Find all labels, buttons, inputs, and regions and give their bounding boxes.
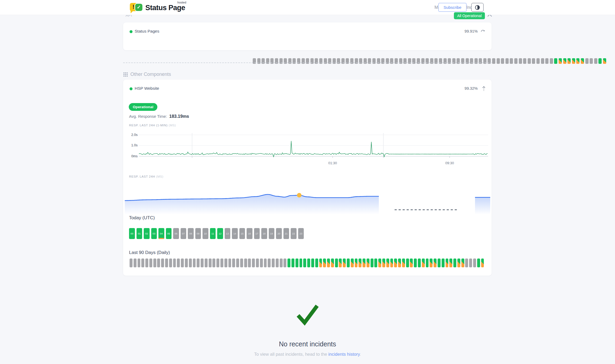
- uptime-bar[interactable]: [559, 58, 562, 64]
- uptime-bar[interactable]: [351, 259, 354, 267]
- uptime-bar[interactable]: [398, 259, 401, 267]
- uptime-bar[interactable]: [554, 58, 557, 64]
- uptime-bar[interactable]: [228, 259, 231, 267]
- hour-block[interactable]: 17: [254, 228, 260, 239]
- uptime-bar[interactable]: [355, 259, 358, 267]
- uptime-bar[interactable]: [276, 259, 279, 267]
- uptime-bar[interactable]: [283, 259, 286, 267]
- uptime-bar[interactable]: [327, 259, 330, 267]
- uptime-bar[interactable]: [145, 259, 148, 267]
- uptime-bar[interactable]: [331, 259, 334, 267]
- uptime-bar[interactable]: [402, 259, 405, 267]
- uptime-bar[interactable]: [232, 259, 235, 267]
- uptime-bar[interactable]: [426, 259, 429, 267]
- uptime-bar[interactable]: [406, 259, 409, 267]
- uptime-bar[interactable]: [291, 259, 294, 267]
- uptime-bar[interactable]: [505, 58, 509, 64]
- uptime-bar[interactable]: [248, 259, 251, 267]
- uptime-bar[interactable]: [363, 259, 365, 267]
- uptime-bar[interactable]: [514, 58, 517, 64]
- uptime-bar[interactable]: [347, 259, 350, 267]
- uptime-bar[interactable]: [311, 259, 314, 267]
- uptime-bar[interactable]: [473, 259, 476, 267]
- uptime-bar[interactable]: [256, 259, 259, 267]
- hour-block[interactable]: 02: [144, 228, 150, 239]
- uptime-bar[interactable]: [287, 259, 290, 267]
- uptime-bar[interactable]: [563, 58, 566, 64]
- uptime-bar[interactable]: [209, 259, 212, 267]
- uptime-bar[interactable]: [438, 259, 441, 267]
- uptime-bar[interactable]: [169, 259, 172, 267]
- uptime-bar[interactable]: [371, 259, 373, 267]
- uptime-bar[interactable]: [581, 58, 584, 64]
- uptime-bar[interactable]: [153, 259, 156, 267]
- uptime-bar[interactable]: [315, 259, 318, 267]
- uptime-bar[interactable]: [477, 259, 480, 267]
- highlight-dot[interactable]: [297, 193, 302, 198]
- uptime-bar[interactable]: [422, 259, 425, 267]
- uptime-bar[interactable]: [603, 58, 606, 64]
- uptime-bar[interactable]: [414, 259, 417, 267]
- uptime-bar[interactable]: [319, 259, 322, 267]
- uptime-bar[interactable]: [295, 259, 298, 267]
- uptime-bar[interactable]: [303, 259, 306, 267]
- uptime-bar[interactable]: [590, 58, 593, 64]
- hour-block[interactable]: 03: [151, 228, 157, 239]
- uptime-bar[interactable]: [576, 58, 579, 64]
- uptime-bar[interactable]: [410, 259, 413, 267]
- uptime-bar[interactable]: [299, 259, 302, 267]
- uptime-bar[interactable]: [501, 58, 504, 64]
- uptime-bar[interactable]: [185, 259, 188, 267]
- uptime-bar[interactable]: [378, 259, 381, 267]
- uptime-bar[interactable]: [224, 259, 227, 267]
- uptime-bar[interactable]: [469, 259, 472, 267]
- uptime-bar[interactable]: [181, 259, 184, 267]
- uptime-bar[interactable]: [244, 259, 247, 267]
- uptime-bar[interactable]: [141, 259, 144, 267]
- hour-block[interactable]: 08: [188, 228, 194, 239]
- uptime-bar[interactable]: [457, 259, 460, 267]
- hour-block[interactable]: 05: [166, 228, 172, 239]
- uptime-bar[interactable]: [497, 58, 500, 64]
- uptime-bar[interactable]: [220, 259, 223, 267]
- uptime-bar[interactable]: [339, 259, 342, 267]
- uptime-bar[interactable]: [161, 259, 164, 267]
- uptime-bar[interactable]: [481, 259, 484, 267]
- uptime-bar[interactable]: [390, 259, 393, 267]
- theme-toggle-button[interactable]: [471, 3, 484, 12]
- hour-block[interactable]: 04: [158, 228, 164, 239]
- uptime-bar[interactable]: [197, 259, 200, 267]
- hour-block[interactable]: 07: [181, 228, 186, 239]
- uptime-bar[interactable]: [149, 259, 152, 267]
- hour-block[interactable]: 16: [247, 228, 252, 239]
- incidents-history-link[interactable]: incidents history: [328, 352, 360, 357]
- uptime-bar[interactable]: [130, 259, 133, 267]
- uptime-bar[interactable]: [165, 259, 168, 267]
- uptime-bar[interactable]: [594, 58, 597, 64]
- uptime-bar[interactable]: [216, 259, 219, 267]
- uptime-bar[interactable]: [545, 58, 548, 64]
- uptime-bar[interactable]: [189, 259, 192, 267]
- uptime-bar[interactable]: [359, 259, 361, 267]
- uptime-bar[interactable]: [598, 58, 602, 64]
- uptime-bar[interactable]: [272, 259, 275, 267]
- hour-block[interactable]: 23: [298, 228, 304, 239]
- uptime-bar[interactable]: [343, 259, 346, 267]
- uptime-bar[interactable]: [280, 259, 283, 267]
- hour-block[interactable]: 11: [210, 228, 216, 239]
- hour-block[interactable]: 00: [129, 228, 135, 239]
- uptime-bar[interactable]: [264, 259, 267, 267]
- uptime-bar[interactable]: [465, 259, 468, 267]
- uptime-bar[interactable]: [323, 259, 326, 267]
- uptime-bar[interactable]: [386, 259, 389, 267]
- uptime-bar[interactable]: [138, 259, 141, 267]
- uptime-bar[interactable]: [268, 259, 271, 267]
- uptime-bar[interactable]: [177, 259, 180, 267]
- hour-block[interactable]: 20: [276, 228, 282, 239]
- uptime-bar[interactable]: [550, 58, 553, 64]
- hour-block[interactable]: 13: [225, 228, 231, 239]
- hour-block[interactable]: 22: [291, 228, 297, 239]
- hour-block[interactable]: 10: [203, 228, 208, 239]
- uptime-bar[interactable]: [572, 58, 575, 64]
- uptime-bar[interactable]: [236, 259, 239, 267]
